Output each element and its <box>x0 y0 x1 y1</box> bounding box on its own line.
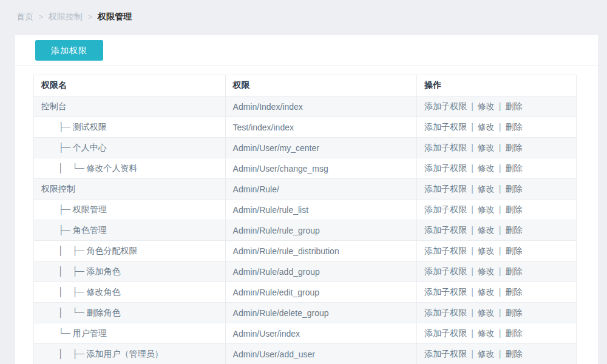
delete-link[interactable]: 删除 <box>505 246 522 255</box>
permission-table: 权限名 权限 操作 控制台 Admin/Index/index 添加子权限|修改… <box>33 75 577 364</box>
delete-link[interactable]: 删除 <box>505 266 522 276</box>
permission-rule-cell: Admin/Rule/delete_group <box>225 303 417 323</box>
edit-link[interactable]: 修改 <box>478 287 495 297</box>
permission-name-cell: │ ├─ 添加角色 <box>34 261 226 282</box>
table-row: 权限控制 Admin/Rule/ 添加子权限|修改|删除 <box>34 179 577 200</box>
tree-branch-prefix: ├─ <box>41 204 73 214</box>
add-child-permission-link[interactable]: 添加子权限 <box>424 143 467 152</box>
add-child-permission-link[interactable]: 添加子权限 <box>424 122 467 132</box>
edit-link[interactable]: 修改 <box>478 246 495 255</box>
action-separator: | <box>471 246 473 255</box>
add-child-permission-link[interactable]: 添加子权限 <box>424 349 467 359</box>
delete-link[interactable]: 删除 <box>505 308 522 317</box>
actions-cell: 添加子权限|修改|删除 <box>417 282 577 303</box>
delete-link[interactable]: 删除 <box>505 225 522 235</box>
add-child-permission-link[interactable]: 添加子权限 <box>424 246 467 255</box>
delete-link[interactable]: 删除 <box>505 184 522 194</box>
add-child-permission-link[interactable]: 添加子权限 <box>424 328 467 338</box>
permission-name: 修改角色 <box>86 287 120 297</box>
delete-link[interactable]: 删除 <box>505 349 522 359</box>
permission-name-cell: 权限控制 <box>34 179 226 200</box>
edit-link[interactable]: 修改 <box>478 204 495 214</box>
action-separator: | <box>499 246 501 255</box>
tree-branch-prefix: │ ├─ <box>41 266 86 276</box>
permission-rule-cell: Admin/Rule/edit_group <box>225 282 417 303</box>
delete-link[interactable]: 删除 <box>505 328 522 338</box>
permission-name-cell: ├─ 权限管理 <box>34 200 226 220</box>
content-panel: 添加权限 权限名 权限 操作 控制台 Admin/Index/index 添加子… <box>15 35 598 364</box>
permission-rule-cell: Admin/Index/index <box>225 96 417 117</box>
table-row: │ └─ 修改个人资料 Admin/User/change_msg 添加子权限|… <box>34 158 577 179</box>
permission-name: 权限管理 <box>73 204 107 214</box>
permission-name-cell: │ ├─ 角色分配权限 <box>34 241 226 261</box>
table-row: │ ├─ 角色分配权限 Admin/Rule/rule_distribution… <box>34 241 577 261</box>
edit-link[interactable]: 修改 <box>478 184 495 194</box>
action-separator: | <box>471 143 473 152</box>
delete-link[interactable]: 删除 <box>505 204 522 214</box>
breadcrumb-permission-control-link[interactable]: 权限控制 <box>49 12 83 21</box>
delete-link[interactable]: 删除 <box>505 163 522 173</box>
action-separator: | <box>471 266 473 276</box>
edit-link[interactable]: 修改 <box>478 225 495 235</box>
action-separator: | <box>471 349 473 359</box>
add-permission-button[interactable]: 添加权限 <box>35 40 103 61</box>
add-child-permission-link[interactable]: 添加子权限 <box>424 225 467 235</box>
tree-branch-prefix: │ └─ <box>41 308 86 317</box>
tree-branch-prefix: │ ├─ <box>41 246 86 255</box>
delete-link[interactable]: 删除 <box>505 287 522 297</box>
actions-cell: 添加子权限|修改|删除 <box>417 117 577 138</box>
permission-rule-cell: Admin/Rule/add_group <box>225 261 417 282</box>
permission-name-cell: ├─ 测试权限 <box>34 117 226 138</box>
add-child-permission-link[interactable]: 添加子权限 <box>424 184 467 194</box>
permission-name: 权限控制 <box>41 184 75 194</box>
tree-branch-prefix: ├─ <box>41 143 73 152</box>
edit-link[interactable]: 修改 <box>478 328 495 338</box>
actions-cell: 添加子权限|修改|删除 <box>417 158 577 179</box>
actions-cell: 添加子权限|修改|删除 <box>417 261 577 282</box>
breadcrumb-separator: > <box>39 13 43 21</box>
permission-rule-cell: Admin/Rule/rule_group <box>225 220 417 241</box>
delete-link[interactable]: 删除 <box>505 101 522 111</box>
action-separator: | <box>499 328 501 338</box>
actions-cell: 添加子权限|修改|删除 <box>417 179 577 200</box>
delete-link[interactable]: 删除 <box>505 143 522 152</box>
permission-name-cell: ├─ 角色管理 <box>34 220 226 241</box>
actions-cell: 添加子权限|修改|删除 <box>417 303 577 323</box>
table-row: ├─ 角色管理 Admin/Rule/rule_group 添加子权限|修改|删… <box>34 220 577 241</box>
add-child-permission-link[interactable]: 添加子权限 <box>424 287 467 297</box>
permission-rule-cell: Admin/User/index <box>225 323 417 344</box>
action-separator: | <box>499 349 501 359</box>
table-row: │ └─ 删除角色 Admin/Rule/delete_group 添加子权限|… <box>34 303 577 323</box>
permission-name: 添加角色 <box>86 266 120 276</box>
edit-link[interactable]: 修改 <box>478 349 495 359</box>
table-header-row: 权限名 权限 操作 <box>34 75 577 96</box>
permission-name-cell: │ └─ 删除角色 <box>34 303 226 323</box>
edit-link[interactable]: 修改 <box>478 163 495 173</box>
action-separator: | <box>471 184 473 194</box>
add-child-permission-link[interactable]: 添加子权限 <box>424 101 467 111</box>
action-separator: | <box>499 101 501 111</box>
edit-link[interactable]: 修改 <box>478 266 495 276</box>
permission-name: 角色分配权限 <box>86 246 137 255</box>
add-child-permission-link[interactable]: 添加子权限 <box>424 308 467 317</box>
table-row: ├─ 个人中心 Admin/User/my_center 添加子权限|修改|删除 <box>34 138 577 158</box>
toolbar: 添加权限 <box>15 35 598 66</box>
edit-link[interactable]: 修改 <box>478 308 495 317</box>
tree-branch-prefix: │ └─ <box>41 163 86 173</box>
action-separator: | <box>499 163 501 173</box>
table-row: ├─ 权限管理 Admin/Rule/rule_list 添加子权限|修改|删除 <box>34 200 577 220</box>
permission-name-cell: │ └─ 修改个人资料 <box>34 158 226 179</box>
permission-name-cell: 控制台 <box>34 96 226 117</box>
action-separator: | <box>471 204 473 214</box>
permission-name: 角色管理 <box>73 225 107 235</box>
edit-link[interactable]: 修改 <box>478 143 495 152</box>
add-child-permission-link[interactable]: 添加子权限 <box>424 163 467 173</box>
edit-link[interactable]: 修改 <box>478 101 495 111</box>
edit-link[interactable]: 修改 <box>478 122 495 132</box>
breadcrumb-home-link[interactable]: 首页 <box>16 12 33 21</box>
add-child-permission-link[interactable]: 添加子权限 <box>424 266 467 276</box>
delete-link[interactable]: 删除 <box>505 122 522 132</box>
column-header-permission-name: 权限名 <box>34 75 226 96</box>
tree-branch-prefix: ├─ <box>41 225 73 235</box>
add-child-permission-link[interactable]: 添加子权限 <box>424 204 467 214</box>
